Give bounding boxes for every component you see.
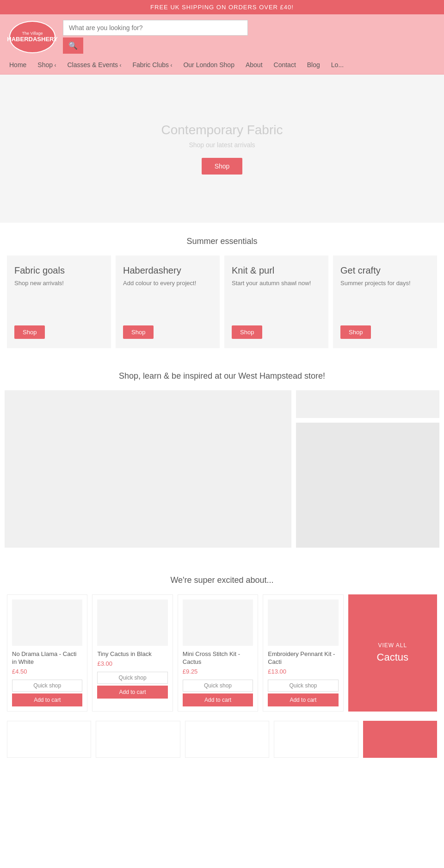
cat-shop-btn-1[interactable]: Shop <box>123 325 154 339</box>
product-name-1: Tiny Cactus in Black <box>97 650 167 658</box>
nav-shop[interactable]: Shop <box>37 59 56 70</box>
search-bar: 🔍 <box>63 20 435 54</box>
cat-shop-btn-3[interactable]: Shop <box>340 325 371 339</box>
search-button[interactable]: 🔍 <box>63 37 83 54</box>
cat-desc-1: Add colour to every project! <box>123 280 212 318</box>
add-cart-btn-1[interactable]: Add to cart <box>97 686 167 699</box>
product-card-1: Tiny Cactus in Black £3.00 Quick shop Ad… <box>92 594 173 712</box>
bottom-card-1 <box>96 721 180 758</box>
product-price-2: £9.25 <box>183 668 253 675</box>
store-side-image-1 <box>296 390 439 418</box>
top-banner: FREE UK SHIPPING ON ORDERS OVER £40! <box>0 0 444 14</box>
bottom-card-2 <box>185 721 269 758</box>
add-cart-btn-0[interactable]: Add to cart <box>12 693 82 706</box>
store-side-images <box>296 390 439 548</box>
product-price-0: £4.50 <box>12 668 82 675</box>
product-image-3 <box>268 599 338 646</box>
product-card-2: Mini Cross Stitch Kit - Cactus £9.25 Qui… <box>178 594 258 712</box>
cat-desc-3: Summer projects for days! <box>340 280 430 318</box>
product-price-1: £3.00 <box>97 660 167 667</box>
cat-card-haberdashery: Haberdashery Add colour to every project… <box>116 256 220 348</box>
product-name-3: Embroidery Pennant Kit - Cacti <box>268 650 338 666</box>
logo[interactable]: The Village HABERDASHERY <box>9 21 56 53</box>
cat-desc-2: Start your autumn shawl now! <box>232 280 321 318</box>
main-nav: Home Shop Classes & Events Fabric Clubs … <box>0 59 444 75</box>
quick-shop-btn-1[interactable]: Quick shop <box>97 672 167 684</box>
product-image-1 <box>97 599 167 646</box>
cat-card-knit: Knit & purl Start your autumn shawl now!… <box>224 256 328 348</box>
add-cart-btn-2[interactable]: Add to cart <box>183 693 253 706</box>
cat-title-2: Knit & purl <box>232 265 321 276</box>
cat-title-0: Fabric goals <box>14 265 104 276</box>
product-card-3: Embroidery Pennant Kit - Cacti £13.00 Qu… <box>263 594 343 712</box>
cat-title-1: Haberdashery <box>123 265 212 276</box>
product-image-0 <box>12 599 82 646</box>
product-price-3: £13.00 <box>268 668 338 675</box>
logo-top-text: The Village <box>22 31 43 36</box>
quick-shop-btn-3[interactable]: Quick shop <box>268 680 338 692</box>
view-all-label: VIEW ALL <box>378 642 407 649</box>
cat-card-fabric: Fabric goals Shop new arrivals! Shop <box>7 256 111 348</box>
bottom-card-pink <box>363 721 437 758</box>
search-input[interactable] <box>63 20 248 36</box>
logo-main-text: HABERDASHERY <box>7 36 57 43</box>
products-row: No Drama Llama - Cacti in White £4.50 Qu… <box>0 594 444 721</box>
nav-london-shop[interactable]: Our London Shop <box>183 59 234 70</box>
store-section <box>0 390 444 562</box>
store-section-title: Shop, learn & be inspired at our West Ha… <box>0 357 444 390</box>
nav-home[interactable]: Home <box>9 59 26 70</box>
quick-shop-btn-0[interactable]: Quick shop <box>12 680 82 692</box>
nav-about[interactable]: About <box>246 59 263 70</box>
view-all-card[interactable]: VIEW ALL Cactus <box>348 594 437 712</box>
cat-title-3: Get crafty <box>340 265 430 276</box>
product-card-0: No Drama Llama - Cacti in White £4.50 Qu… <box>7 594 87 712</box>
hero-title: Contemporary Fabric <box>161 123 283 137</box>
hero-shop-button[interactable]: Shop <box>202 158 243 175</box>
bottom-card-3 <box>274 721 358 758</box>
summer-section-title: Summer essentials <box>0 223 444 256</box>
nav-classes[interactable]: Classes & Events <box>67 59 121 70</box>
store-main-image <box>5 390 291 548</box>
nav-contact[interactable]: Contact <box>274 59 296 70</box>
excited-section-title: We're super excited about... <box>0 562 444 594</box>
hero-section: Contemporary Fabric Shop our latest arri… <box>0 75 444 223</box>
bottom-row <box>0 721 444 762</box>
product-image-2 <box>183 599 253 646</box>
store-images <box>5 390 439 548</box>
category-row: Fabric goals Shop new arrivals! Shop Hab… <box>0 256 444 357</box>
product-name-2: Mini Cross Stitch Kit - Cactus <box>183 650 253 666</box>
bottom-card-0 <box>7 721 91 758</box>
store-side-image-2 <box>296 423 439 548</box>
hero-subtitle: Shop our latest arrivals <box>189 141 255 149</box>
nav-fabric-clubs[interactable]: Fabric Clubs <box>132 59 172 70</box>
search-input-row <box>63 20 435 36</box>
add-cart-btn-3[interactable]: Add to cart <box>268 693 338 706</box>
cat-shop-btn-0[interactable]: Shop <box>14 325 45 339</box>
nav-login[interactable]: Lo... <box>331 59 344 70</box>
product-name-0: No Drama Llama - Cacti in White <box>12 650 82 666</box>
header: The Village HABERDASHERY 🔍 <box>0 14 444 59</box>
quick-shop-btn-2[interactable]: Quick shop <box>183 680 253 692</box>
cat-desc-0: Shop new arrivals! <box>14 280 104 318</box>
cat-shop-btn-2[interactable]: Shop <box>232 325 262 339</box>
nav-blog[interactable]: Blog <box>307 59 320 70</box>
view-all-title: Cactus <box>377 651 408 663</box>
banner-text: FREE UK SHIPPING ON ORDERS OVER £40! <box>150 4 294 11</box>
cat-card-crafty: Get crafty Summer projects for days! Sho… <box>333 256 437 348</box>
